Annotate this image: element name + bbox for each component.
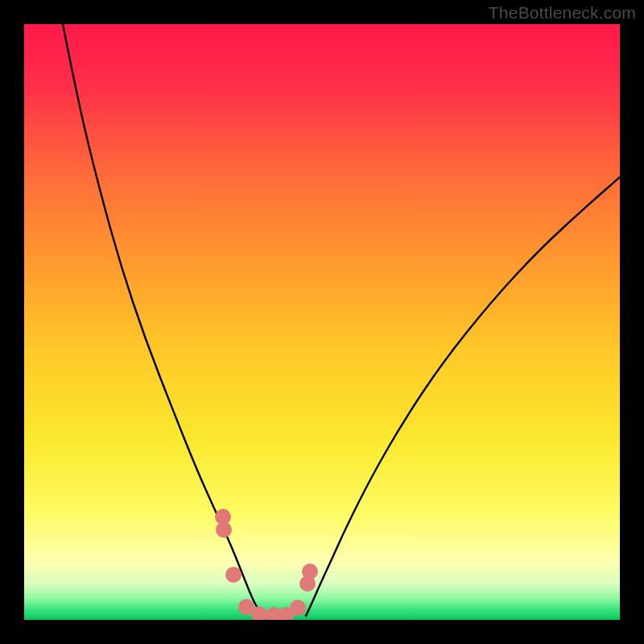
marker-dot <box>216 522 232 538</box>
right-curve <box>306 177 620 616</box>
valley-markers <box>215 509 318 620</box>
marker-dot <box>290 600 306 616</box>
plot-area <box>24 24 620 620</box>
marker-dot <box>225 567 242 583</box>
curve-layer <box>24 24 620 620</box>
marker-dot <box>302 564 318 580</box>
watermark-text: TheBottleneck.com <box>489 3 636 23</box>
left-curve <box>63 24 262 616</box>
chart-frame: TheBottleneck.com <box>0 0 644 644</box>
